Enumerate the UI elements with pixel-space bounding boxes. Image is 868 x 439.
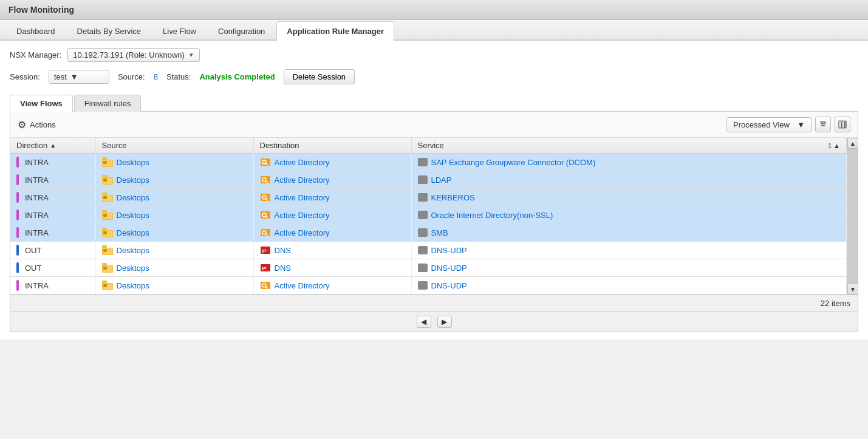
service-value: LDAP	[431, 175, 452, 185]
table-row[interactable]: OUT Desktops IP DNS DNS-UDP	[10, 259, 847, 277]
direction-bar	[16, 209, 19, 220]
ad-icon	[260, 158, 271, 166]
source-resource[interactable]: Desktops	[102, 193, 247, 202]
tab-view-flows[interactable]: View Flows	[10, 95, 73, 112]
desktop-icon	[102, 193, 113, 202]
filter-icon-button[interactable]	[815, 117, 831, 132]
th-direction: Direction ▲	[10, 138, 95, 154]
desktop-icon	[102, 281, 113, 290]
destination-resource[interactable]: Active Directory	[260, 175, 405, 185]
source-resource[interactable]: Desktops	[102, 246, 247, 255]
destination-value: DNS	[275, 246, 291, 255]
direction-cell: INTRA	[10, 224, 95, 242]
table-row[interactable]: OUT Desktops IP DNS DNS-UDP	[10, 242, 847, 259]
destination-cell: Active Directory	[253, 154, 411, 171]
service-cell: KERBEROS	[411, 189, 847, 206]
source-value: Desktops	[117, 246, 149, 255]
session-select[interactable]: test ▼	[49, 70, 109, 84]
panel-toolbar: ⚙ Actions Processed View ▼	[10, 112, 858, 138]
source-resource[interactable]: Desktops	[102, 264, 247, 273]
svg-rect-28	[102, 210, 107, 213]
svg-rect-21	[102, 192, 107, 196]
tab-application-rule-manager[interactable]: Application Rule Manager	[276, 21, 394, 41]
scroll-down-button[interactable]: ▼	[847, 284, 858, 294]
svg-rect-5	[845, 121, 846, 128]
delete-session-button[interactable]: Delete Session	[284, 69, 355, 84]
direction-bar	[16, 157, 19, 168]
destination-value: Active Directory	[275, 158, 330, 167]
tab-live-flow[interactable]: Live Flow	[152, 21, 207, 41]
direction-cell: INTRA	[10, 171, 95, 189]
table-header-row: Direction ▲ Source Destination Service 1…	[10, 138, 847, 154]
main-tab-bar: Dashboard Details By Service Live Flow C…	[0, 20, 868, 41]
flows-table: Direction ▲ Source Destination Service 1…	[10, 138, 847, 294]
nav-prev-button[interactable]: ◀	[417, 316, 431, 328]
ad-icon	[260, 228, 271, 237]
scrollbar[interactable]: ▲ ▼	[847, 138, 858, 294]
nsx-manager-row: NSX Manager: 10.192.73.191 (Role: Unknow…	[10, 48, 858, 62]
table-row[interactable]: INTRA Desktops Active Directory Oracle I…	[10, 206, 847, 224]
destination-resource[interactable]: IP DNS	[260, 246, 405, 255]
destination-resource[interactable]: Active Directory	[260, 193, 405, 202]
session-label: Session:	[10, 72, 40, 81]
service-value: DNS-UDP	[431, 281, 467, 290]
tab-details-by-service[interactable]: Details By Service	[67, 21, 151, 41]
source-resource[interactable]: Desktops	[102, 158, 247, 167]
source-value-link[interactable]: 8	[154, 72, 158, 81]
source-value: Desktops	[117, 193, 149, 202]
scroll-up-button[interactable]: ▲	[847, 138, 858, 149]
bottom-nav: ◀ ▶	[10, 311, 858, 332]
service-cell: SAP Exchange Groupware Connector (DCOM)	[411, 154, 847, 171]
status-value: Analysis Completed	[199, 72, 275, 81]
nav-next-button[interactable]: ▶	[437, 316, 452, 328]
destination-resource[interactable]: Active Directory	[260, 281, 405, 290]
tab-dashboard[interactable]: Dashboard	[6, 21, 66, 41]
ad-icon	[260, 281, 271, 290]
direction-value: INTRA	[25, 228, 49, 237]
table-body: INTRA Desktops Active Directory SAP Exch…	[10, 154, 847, 294]
svg-rect-44	[103, 249, 107, 252]
th-service: Service 1 ▲	[411, 138, 847, 154]
table-row[interactable]: INTRA Desktops Active Directory SAP Exch…	[10, 154, 847, 171]
nsx-manager-label: NSX Manager:	[10, 50, 61, 60]
table-row[interactable]: INTRA Desktops Active Directory SMB	[10, 224, 847, 242]
svg-rect-35	[102, 228, 107, 231]
direction-value: INTRA	[25, 211, 49, 220]
status-label: Status:	[166, 72, 191, 81]
columns-icon-button[interactable]	[835, 117, 850, 132]
table-row[interactable]: INTRA Desktops Active Directory KERBEROS	[10, 189, 847, 206]
nsx-manager-select[interactable]: 10.192.73.191 (Role: Unknown) ▼	[67, 48, 199, 62]
destination-resource[interactable]: Active Directory	[260, 211, 405, 220]
svg-rect-50	[103, 267, 107, 270]
svg-rect-4	[842, 121, 844, 128]
source-resource[interactable]: Desktops	[102, 281, 247, 290]
table-row[interactable]: INTRA Desktops Active Directory LDAP	[10, 171, 847, 189]
direction-cell: INTRA	[10, 189, 95, 206]
scroll-thumb[interactable]	[847, 149, 858, 284]
source-resource[interactable]: Desktops	[102, 211, 247, 220]
service-icon	[418, 158, 428, 166]
direction-bar	[16, 245, 19, 256]
svg-rect-30	[103, 214, 107, 217]
desktop-icon	[102, 175, 113, 184]
destination-cell: Active Directory	[253, 277, 411, 294]
table-wrapper: Direction ▲ Source Destination Service 1…	[10, 138, 858, 294]
nsx-manager-value: 10.192.73.191 (Role: Unknown)	[73, 50, 185, 60]
source-label: Source:	[118, 72, 145, 81]
tab-firewall-rules[interactable]: Firewall rules	[74, 95, 142, 112]
destination-resource[interactable]: Active Directory	[260, 158, 405, 167]
desktop-icon	[102, 264, 113, 272]
actions-button[interactable]: ⚙ Actions	[18, 119, 56, 131]
direction-bar	[16, 174, 19, 185]
source-resource[interactable]: Desktops	[102, 228, 247, 237]
tab-configuration[interactable]: Configuration	[208, 21, 275, 41]
source-cell: Desktops	[95, 259, 253, 277]
title-bar: Flow Monitoring	[0, 0, 868, 20]
svg-rect-14	[102, 175, 107, 178]
view-select-dropdown[interactable]: Processed View ▼	[726, 117, 812, 132]
destination-resource[interactable]: Active Directory	[260, 228, 405, 237]
table-row[interactable]: INTRA Desktops Active Directory DNS-UDP	[10, 277, 847, 294]
table-footer: 22 items	[10, 294, 858, 311]
destination-resource[interactable]: IP DNS	[260, 264, 405, 273]
source-resource[interactable]: Desktops	[102, 175, 247, 185]
